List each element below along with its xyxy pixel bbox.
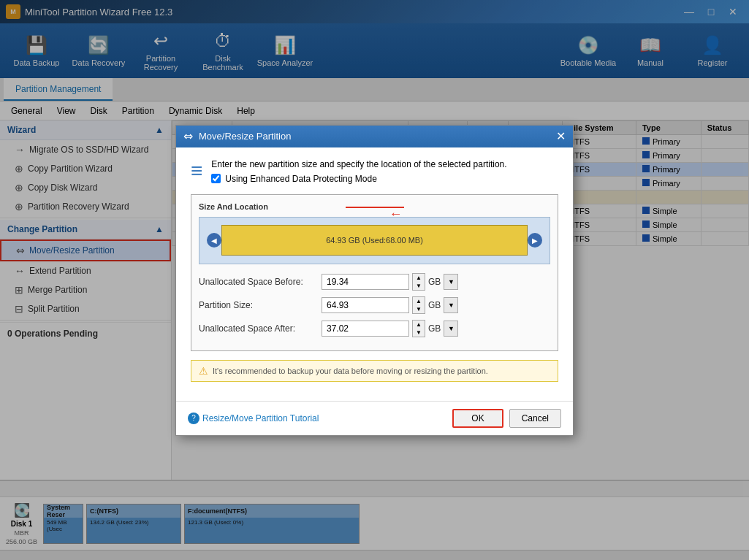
- modal-footer: ? Resize/Move Partition Tutorial OK Canc…: [176, 401, 573, 435]
- partition-size-label: Partition Size:: [199, 300, 316, 310]
- unallocated-after-up[interactable]: ▲: [413, 321, 425, 329]
- tutorial-link[interactable]: ? Resize/Move Partition Tutorial: [188, 413, 319, 424]
- unallocated-after-row: Unallocated Space After: ▲ ▼ GB ▼: [199, 320, 550, 337]
- warning-row: ⚠ It's recommended to backup your data b…: [191, 360, 558, 382]
- unallocated-before-input[interactable]: [322, 274, 409, 290]
- partition-size-dropdown[interactable]: ▼: [444, 297, 458, 313]
- modal-desc-icon: ≡: [191, 159, 202, 183]
- unallocated-before-row: Unallocated Space Before: ▲ ▼ GB ▼: [199, 273, 550, 291]
- red-arrow-line: [346, 207, 404, 208]
- modal-body: ≡ Enter the new partition size and speci…: [176, 147, 573, 401]
- unallocated-after-down[interactable]: ▼: [413, 329, 425, 337]
- unallocated-before-unit: GB: [428, 277, 441, 287]
- unallocated-before-label: Unallocated Space Before:: [199, 277, 316, 287]
- unallocated-before-spinner: ▲ ▼: [412, 273, 425, 291]
- slider-right-arrow[interactable]: ▶: [528, 233, 542, 248]
- slider-container: 64.93 GB (Used:68.00 MB): [221, 225, 528, 256]
- unallocated-after-input-group: ▲ ▼ GB ▼: [322, 320, 458, 337]
- slider-wrapper: ← ◀ 64.93 GB (Used:68.00 MB) ▶: [199, 217, 550, 264]
- cancel-button[interactable]: Cancel: [509, 409, 561, 428]
- modal-overlay: ⇔ Move/Resize Partition ✕ ≡ Enter the ne…: [0, 0, 749, 560]
- unallocated-before-up[interactable]: ▲: [413, 274, 425, 282]
- modal-desc-text: Enter the new partition size and specify…: [211, 159, 506, 169]
- modal-title-icon: ⇔: [183, 129, 193, 143]
- unallocated-after-unit: GB: [428, 323, 441, 334]
- modal-checkbox-row: Using Enhanced Data Protecting Mode: [211, 174, 506, 184]
- help-icon: ?: [188, 413, 199, 424]
- slider-partition-label: 64.93 GB (Used:68.00 MB): [326, 236, 423, 245]
- slider-area: ◀ 64.93 GB (Used:68.00 MB) ▶: [199, 217, 550, 264]
- partition-size-spinner: ▲ ▼: [412, 296, 425, 314]
- unallocated-after-spinner: ▲ ▼: [412, 320, 425, 337]
- footer-buttons: OK Cancel: [452, 409, 561, 428]
- move-resize-modal: ⇔ Move/Resize Partition ✕ ≡ Enter the ne…: [175, 125, 574, 436]
- ok-button[interactable]: OK: [452, 409, 503, 428]
- unallocated-after-dropdown[interactable]: ▼: [444, 321, 458, 337]
- size-location-section: Size And Location ← ◀ 64.93 GB (Used:68.…: [191, 194, 558, 351]
- enhanced-mode-label: Using Enhanced Data Protecting Mode: [225, 174, 376, 184]
- unallocated-after-input[interactable]: [322, 321, 409, 337]
- modal-title: Move/Resize Partition: [199, 131, 291, 142]
- modal-description: ≡ Enter the new partition size and speci…: [191, 159, 558, 184]
- partition-size-input[interactable]: [322, 297, 409, 313]
- partition-size-input-group: ▲ ▼ GB ▼: [322, 296, 458, 314]
- modal-close-button[interactable]: ✕: [556, 129, 566, 143]
- partition-size-row: Partition Size: ▲ ▼ GB ▼: [199, 296, 550, 314]
- unallocated-before-dropdown[interactable]: ▼: [444, 274, 458, 290]
- unallocated-after-label: Unallocated Space After:: [199, 323, 316, 334]
- warning-text: It's recommended to backup your data bef…: [213, 367, 488, 375]
- slider-left-arrow[interactable]: ◀: [207, 233, 221, 248]
- partition-size-up[interactable]: ▲: [413, 297, 425, 305]
- unallocated-before-down[interactable]: ▼: [413, 282, 425, 290]
- partition-size-unit: GB: [428, 300, 441, 310]
- partition-size-down[interactable]: ▼: [413, 305, 425, 313]
- tutorial-link-text: Resize/Move Partition Tutorial: [202, 413, 319, 423]
- warning-icon: ⚠: [199, 365, 208, 377]
- enhanced-mode-checkbox[interactable]: [211, 174, 221, 183]
- modal-title-bar: ⇔ Move/Resize Partition ✕: [176, 126, 573, 147]
- unallocated-before-input-group: ▲ ▼ GB ▼: [322, 273, 458, 291]
- slider-partition-bar[interactable]: 64.93 GB (Used:68.00 MB): [221, 225, 528, 256]
